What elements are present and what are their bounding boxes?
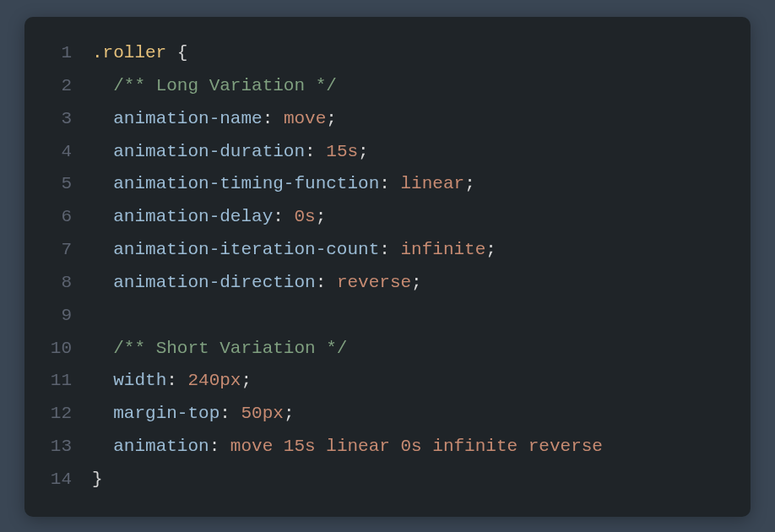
line-number: 13 — [35, 431, 92, 464]
code-line: 13 animation: move 15s linear 0s infinit… — [35, 431, 730, 464]
code-line: 3 animation-name: move; — [35, 103, 730, 136]
code-content: margin-top: 50px; — [92, 398, 295, 431]
code-line: 10 /** Short Variation */ — [35, 333, 730, 366]
code-line: 4 animation-duration: 15s; — [35, 136, 730, 169]
code-content: animation-direction: reverse; — [92, 267, 422, 300]
line-number: 2 — [35, 70, 92, 103]
line-number: 6 — [35, 201, 92, 234]
code-content: } — [92, 464, 103, 497]
code-line: 6 animation-delay: 0s; — [35, 201, 730, 234]
code-content: /** Short Variation */ — [92, 333, 347, 366]
code-block: 1.roller {2 /** Long Variation */3 anima… — [24, 17, 751, 517]
line-number: 8 — [35, 267, 92, 300]
code-content: animation-iteration-count: infinite; — [92, 234, 496, 267]
code-content: animation-duration: 15s; — [92, 136, 369, 169]
line-number: 3 — [35, 103, 92, 136]
code-line: 7 animation-iteration-count: infinite; — [35, 234, 730, 267]
code-content: .roller { — [92, 37, 187, 70]
line-number: 10 — [35, 333, 92, 366]
line-number: 7 — [35, 234, 92, 267]
code-line: 12 margin-top: 50px; — [35, 398, 730, 431]
line-number: 9 — [35, 300, 92, 333]
code-content: /** Long Variation */ — [92, 70, 337, 103]
code-content: animation-name: move; — [92, 103, 337, 136]
line-number: 12 — [35, 398, 92, 431]
code-line: 5 animation-timing-function: linear; — [35, 168, 730, 201]
line-number: 4 — [35, 136, 92, 169]
code-content: animation-timing-function: linear; — [92, 168, 475, 201]
code-content: animation-delay: 0s; — [92, 201, 326, 234]
code-content: animation: move 15s linear 0s infinite r… — [92, 431, 603, 464]
code-line: 2 /** Long Variation */ — [35, 70, 730, 103]
code-line: 8 animation-direction: reverse; — [35, 267, 730, 300]
code-line: 1.roller { — [35, 37, 730, 70]
code-line: 14} — [35, 464, 730, 497]
line-number: 11 — [35, 365, 92, 398]
code-line: 11 width: 240px; — [35, 365, 730, 398]
line-number: 14 — [35, 464, 92, 497]
line-number: 5 — [35, 168, 92, 201]
line-number: 1 — [35, 37, 92, 70]
code-content: width: 240px; — [92, 365, 252, 398]
code-line: 9 — [35, 300, 730, 333]
